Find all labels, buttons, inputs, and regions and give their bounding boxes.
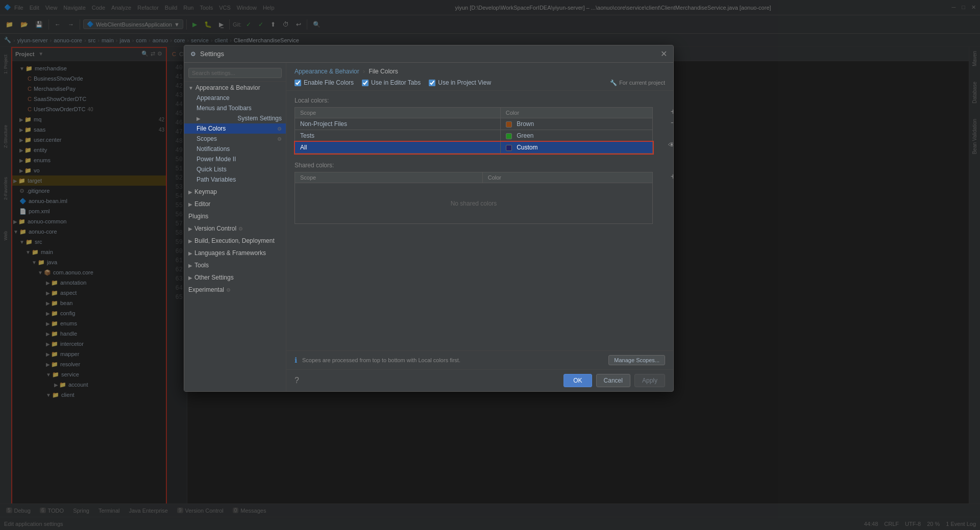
breadcrumb-src[interactable]: src	[88, 37, 96, 43]
nav-section-header-plugins[interactable]: Plugins	[184, 211, 286, 221]
menu-help[interactable]: Help	[263, 5, 275, 11]
toolbar-back[interactable]: ←	[52, 19, 63, 30]
nav-section-header-build[interactable]: ▶ Build, Execution, Deployment	[184, 236, 286, 246]
tree-item-usercenter[interactable]: ▶ 📁 user.center	[11, 135, 166, 145]
tree-arrow-intercetor[interactable]: ▶	[46, 341, 50, 347]
breadcrumb-item-0[interactable]: 🔧	[4, 37, 11, 43]
tree-item-src[interactable]: ▼ 📁 src	[11, 237, 166, 247]
nav-item-file-colors[interactable]: File Colors ⚙	[184, 123, 286, 134]
breadcrumb-java[interactable]: java	[119, 37, 130, 43]
side-panel-favorites[interactable]: 2-Favorites	[1, 173, 11, 204]
menu-edit[interactable]: Edit	[30, 5, 39, 11]
menu-window[interactable]: Window	[237, 5, 257, 11]
tree-item-aonuo-common[interactable]: ▶ 📁 aonuo-common	[11, 216, 166, 226]
tree-arrow-enums[interactable]: ▶	[19, 158, 23, 163]
nav-section-header-other[interactable]: ▶ Other Settings	[184, 272, 286, 283]
local-colors-remove-button[interactable]: −	[671, 118, 673, 128]
tree-item-annotation[interactable]: ▶ 📁 annotation	[11, 277, 166, 288]
for-project-link[interactable]: 🔧 For current project	[610, 80, 665, 86]
tree-item-handle[interactable]: ▶ 📁 handle	[11, 329, 166, 339]
tree-arrow-saas[interactable]: ▶	[19, 127, 23, 133]
nav-section-header-vcs[interactable]: ▶ Version Control ⚙	[184, 223, 286, 234]
tree-arrow-account[interactable]: ▶	[54, 382, 58, 388]
git-update[interactable]: ✓	[243, 19, 254, 30]
use-in-editor-tabs-option[interactable]: Use in Editor Tabs	[362, 79, 421, 86]
git-push[interactable]: ⬆	[268, 19, 278, 30]
status-encoding[interactable]: UTF-8	[905, 521, 921, 527]
tree-arrow-handle[interactable]: ▶	[46, 331, 50, 337]
tree-item-com-aonuo[interactable]: ▼ 📦 com.aonuo.core	[11, 267, 166, 277]
tree-item-target[interactable]: ▶ 📁 target	[11, 175, 166, 186]
tab-spring[interactable]: Spring	[69, 507, 93, 515]
help-button[interactable]: ?	[295, 376, 299, 385]
tree-item-java[interactable]: ▼ 📁 java	[11, 257, 166, 267]
nav-section-header-appearance[interactable]: ▼ Appearance & Behavior	[184, 83, 286, 93]
nav-item-system-settings[interactable]: ▶ System Settings	[184, 113, 286, 123]
tree-arrow-config[interactable]: ▶	[46, 311, 50, 316]
tree-item-saasshow[interactable]: C SaasShowOrderDTC	[11, 94, 166, 104]
tab-terminal[interactable]: Terminal	[94, 507, 124, 515]
tree-item-config[interactable]: ▶ 📁 config	[11, 308, 166, 318]
debug-button[interactable]: 🐛	[202, 19, 214, 30]
tree-arrow-entity[interactable]: ▶	[19, 147, 23, 153]
git-revert[interactable]: ↩	[293, 19, 304, 30]
panel-dropdown-icon[interactable]: ▼	[38, 51, 43, 57]
run-with-coverage[interactable]: ▶̲	[216, 19, 226, 30]
enable-file-colors-option[interactable]: Enable File Colors	[295, 79, 354, 86]
tree-arrow-common[interactable]: ▶	[13, 219, 17, 224]
nav-section-header-editor[interactable]: ▶ Editor	[184, 199, 286, 209]
status-event-log[interactable]: 1 Event Log	[946, 521, 976, 527]
table-row-all[interactable]: All Custom	[295, 142, 653, 154]
dialog-close-button[interactable]: ✕	[660, 50, 667, 58]
nav-item-scopes[interactable]: Scopes ⚙	[184, 134, 286, 144]
tree-arrow-merchandise[interactable]: ▼	[19, 66, 24, 71]
side-panel-structure[interactable]: Z-Structure	[1, 121, 11, 152]
tree-arrow-com[interactable]: ▼	[38, 270, 43, 275]
tree-item-entity[interactable]: ▶ 📁 entity	[11, 145, 166, 155]
panel-icon-collapse[interactable]: ⇄	[151, 51, 155, 57]
table-row-nonproject[interactable]: Non-Project Files Brown	[295, 118, 653, 130]
tree-arrow-java[interactable]: ▼	[32, 260, 37, 265]
tree-arrow-core[interactable]: ▼	[13, 229, 18, 235]
tree-item-mapper[interactable]: ▶ 📁 mapper	[11, 349, 166, 359]
toolbar-save-all[interactable]: 💾	[33, 19, 45, 30]
tree-arrow-usercenter[interactable]: ▶	[19, 137, 23, 143]
tree-item-usershow[interactable]: C UserShowOrderDTC 40	[11, 104, 166, 114]
tree-arrow-aspect[interactable]: ▶	[46, 290, 50, 296]
cancel-button[interactable]: Cancel	[596, 374, 630, 387]
maven-panel-label[interactable]: Maven	[972, 51, 977, 66]
side-panel-project[interactable]: 1: Project	[1, 49, 11, 80]
tab-todo[interactable]: 6 TODO	[36, 507, 68, 515]
tree-item-intercetor[interactable]: ▶ 📁 intercetor	[11, 339, 166, 349]
close-button[interactable]: ✕	[971, 4, 976, 11]
breadcrumb-core[interactable]: core	[174, 37, 185, 43]
menu-run[interactable]: Run	[183, 5, 193, 11]
bc-parent[interactable]: Appearance & Behavior	[295, 68, 359, 75]
tree-arrow-main[interactable]: ▼	[26, 249, 31, 255]
breadcrumb-aonuo-core[interactable]: aonuo-core	[54, 37, 82, 43]
nav-item-menus[interactable]: Menus and Toolbars	[184, 103, 286, 113]
settings-search-input[interactable]	[188, 68, 282, 78]
local-colors-eye-button[interactable]: 👁	[668, 141, 673, 149]
tree-item-enums-top[interactable]: ▶ 📁 enums	[11, 155, 166, 165]
tree-item-main[interactable]: ▼ 📁 main	[11, 247, 166, 257]
menu-vcs[interactable]: VCS	[219, 5, 231, 11]
tree-item-resolver[interactable]: ▶ 📁 resolver	[11, 359, 166, 369]
nav-item-appearance[interactable]: Appearance	[184, 93, 286, 103]
tab-java-enterprise[interactable]: Java Enterprise	[125, 507, 172, 515]
status-position[interactable]: 44:48	[864, 521, 878, 527]
bean-validation-label[interactable]: Bean Validation	[972, 119, 977, 154]
local-colors-add-button[interactable]: +	[671, 107, 673, 116]
nav-section-header-keymap[interactable]: ▶ Keymap	[184, 187, 286, 197]
nav-section-header-languages[interactable]: ▶ Languages & Frameworks	[184, 248, 286, 258]
tree-item-vo[interactable]: ▶ 📁 vo	[11, 165, 166, 175]
apply-button[interactable]: Apply	[634, 374, 665, 387]
menu-code[interactable]: Code	[92, 5, 105, 11]
tree-arrow-mq[interactable]: ▶	[19, 117, 23, 122]
tree-arrow-annotation[interactable]: ▶	[46, 280, 50, 286]
tree-arrow-vo[interactable]: ▶	[19, 168, 23, 173]
breadcrumb-client[interactable]: client	[215, 37, 228, 43]
nav-item-pathvariables[interactable]: Path Variables	[184, 174, 286, 185]
tree-arrow-enums2[interactable]: ▶	[46, 321, 50, 326]
breadcrumb-com[interactable]: com	[136, 37, 146, 43]
